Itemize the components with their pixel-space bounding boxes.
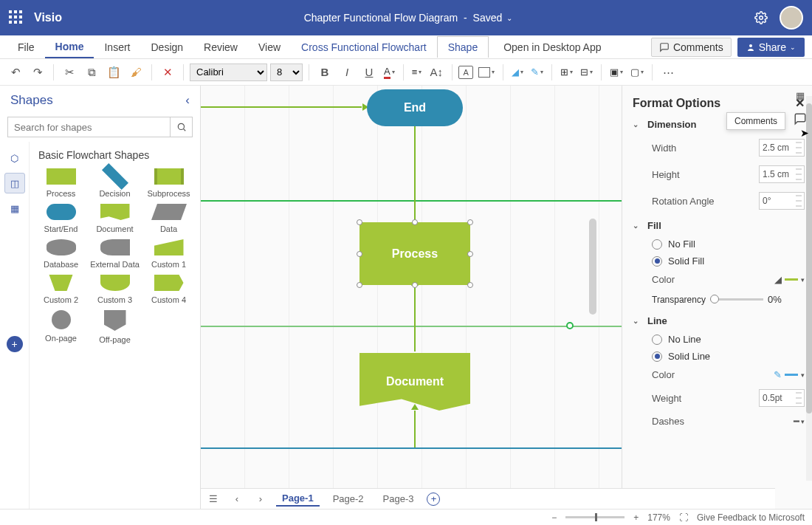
selection-handle[interactable] (412, 219, 418, 225)
tab-design[interactable]: Design (140, 37, 193, 58)
selection-handle[interactable] (357, 282, 362, 288)
bring-front-icon[interactable]: ▣▾ (608, 66, 625, 78)
text-box-icon[interactable]: A (458, 66, 473, 79)
canvas-scrollbar[interactable] (589, 219, 596, 315)
transparency-input[interactable]: 0% (768, 294, 805, 305)
prev-page-icon[interactable]: ‹ (229, 493, 245, 504)
shape-onpage[interactable]: On-page (35, 310, 86, 344)
add-stencil-button[interactable]: + (7, 336, 23, 352)
rotation-input[interactable]: 0° (759, 192, 805, 210)
delete-icon[interactable]: ✕ (158, 63, 177, 82)
connection-point[interactable] (566, 322, 574, 329)
user-avatar[interactable] (780, 6, 803, 30)
weight-input[interactable]: 0.5pt (759, 389, 805, 407)
search-button[interactable] (171, 117, 193, 137)
section-fill[interactable]: ⌄Fill (633, 220, 805, 231)
shape-document[interactable]: Document (89, 204, 140, 233)
shape-custom2[interactable]: Custom 2 (35, 275, 86, 304)
radio-no-fill[interactable]: No Fill (633, 236, 805, 253)
fill-color-icon[interactable]: ◢▾ (509, 66, 526, 78)
fill-color-picker[interactable]: ◢▾ (774, 274, 805, 285)
radio-solid-line[interactable]: Solid Line (633, 348, 805, 365)
canvas-shape-process-selected[interactable]: Process (359, 222, 470, 285)
arrange-align-icon[interactable]: ⊞▾ (558, 66, 575, 78)
shape-data[interactable]: Data (143, 204, 194, 233)
height-input[interactable]: 1.5 cm (759, 165, 805, 183)
page-tab-2[interactable]: Page-2 (327, 492, 370, 506)
font-family-select[interactable]: Calibri (190, 64, 267, 81)
shape-process[interactable]: Process (35, 168, 86, 198)
document-title[interactable]: Chapter Functional Flow Diagram - Saved … (62, 12, 754, 24)
copy-icon[interactable]: ⧉ (82, 63, 101, 82)
format-shape-rail-icon[interactable]: ▦ (792, 87, 808, 103)
stencil-basic-icon[interactable]: ◫ (4, 173, 25, 193)
selection-handle[interactable] (467, 251, 473, 257)
canvas[interactable]: End Process Document (201, 86, 622, 509)
next-page-icon[interactable]: › (252, 493, 269, 504)
paste-icon[interactable]: 📋 (104, 63, 123, 82)
page-tab-1[interactable]: Page-1 (276, 491, 320, 507)
radio-solid-fill[interactable]: Solid Fill (633, 253, 805, 270)
settings-icon[interactable] (754, 11, 768, 24)
canvas-shape-end[interactable]: End (367, 89, 463, 126)
selection-handle[interactable] (412, 282, 418, 288)
align-icon[interactable]: ≡▾ (410, 66, 424, 78)
transparency-slider[interactable] (710, 298, 763, 301)
selection-handle[interactable] (357, 251, 362, 257)
dashes-picker[interactable]: ━▾ (794, 416, 805, 427)
zoom-level[interactable]: 177% (647, 512, 670, 523)
tab-insert[interactable]: Insert (94, 37, 140, 58)
underline-icon[interactable]: U (359, 63, 379, 82)
comments-rail-icon[interactable] (792, 111, 808, 127)
shape-database[interactable]: Database (35, 239, 86, 269)
all-pages-icon[interactable]: ☰ (205, 493, 221, 504)
connector-arrow[interactable] (414, 286, 416, 351)
shape-style-icon[interactable]: ▾ (476, 67, 497, 78)
shape-custom1[interactable]: Custom 1 (143, 239, 194, 269)
shape-subprocess[interactable]: Subprocess (143, 168, 194, 198)
line-color-picker[interactable]: ✎▾ (774, 369, 805, 380)
format-painter-icon[interactable]: 🖌 (126, 63, 145, 82)
shape-startend[interactable]: Start/End (35, 204, 86, 233)
shape-external-data[interactable]: External Data (89, 239, 140, 269)
connector-arrow[interactable] (414, 126, 416, 220)
page-tab-3[interactable]: Page-3 (377, 492, 420, 506)
radio-no-line[interactable]: No Line (633, 331, 805, 348)
shapes-search-input[interactable] (7, 117, 171, 137)
tab-cross-functional[interactable]: Cross Functional Flowchart (291, 37, 437, 58)
connector-arrow[interactable] (201, 106, 362, 108)
shape-custom3[interactable]: Custom 3 (89, 275, 140, 304)
cut-icon[interactable]: ✂ (60, 63, 79, 82)
add-page-button[interactable]: + (427, 493, 440, 506)
connector-arrow[interactable] (414, 411, 416, 447)
redo-icon[interactable]: ↷ (28, 63, 47, 82)
tab-home[interactable]: Home (45, 36, 94, 58)
comments-button[interactable]: Comments (651, 38, 732, 57)
position-icon[interactable]: ⊟▾ (578, 66, 595, 78)
bold-icon[interactable]: B (315, 63, 334, 82)
format-pane-scrollbar[interactable] (806, 96, 812, 481)
open-in-desktop[interactable]: Open in Desktop App (503, 41, 601, 53)
chevron-down-icon[interactable]: ⌄ (506, 14, 512, 22)
zoom-out-icon[interactable]: − (551, 512, 557, 523)
shape-custom4[interactable]: Custom 4 (143, 275, 194, 304)
section-line[interactable]: ⌄Line (633, 315, 805, 326)
app-launcher-icon[interactable] (9, 10, 24, 25)
share-button[interactable]: Share ⌄ (737, 38, 805, 57)
selection-handle[interactable] (467, 219, 473, 225)
zoom-in-icon[interactable]: + (633, 512, 639, 523)
font-size-select[interactable]: 8 (270, 64, 303, 81)
stencil-quick-icon[interactable]: ⬡ (4, 148, 25, 168)
send-back-icon[interactable]: ▢▾ (628, 66, 646, 78)
tab-shape[interactable]: Shape (437, 36, 489, 58)
shape-decision[interactable]: Decision (89, 168, 140, 198)
tab-file[interactable]: File (7, 37, 45, 58)
feedback-link[interactable]: Give Feedback to Microsoft (697, 512, 805, 523)
shape-offpage[interactable]: Off-page (89, 310, 140, 344)
text-size-icon[interactable]: A↕ (427, 63, 446, 82)
selection-handle[interactable] (357, 219, 362, 225)
canvas-shape-document[interactable]: Document (359, 353, 470, 411)
tab-view[interactable]: View (248, 37, 291, 58)
collapse-shapes-icon[interactable]: ‹ (185, 93, 190, 108)
width-input[interactable]: 2.5 cm (759, 139, 805, 157)
